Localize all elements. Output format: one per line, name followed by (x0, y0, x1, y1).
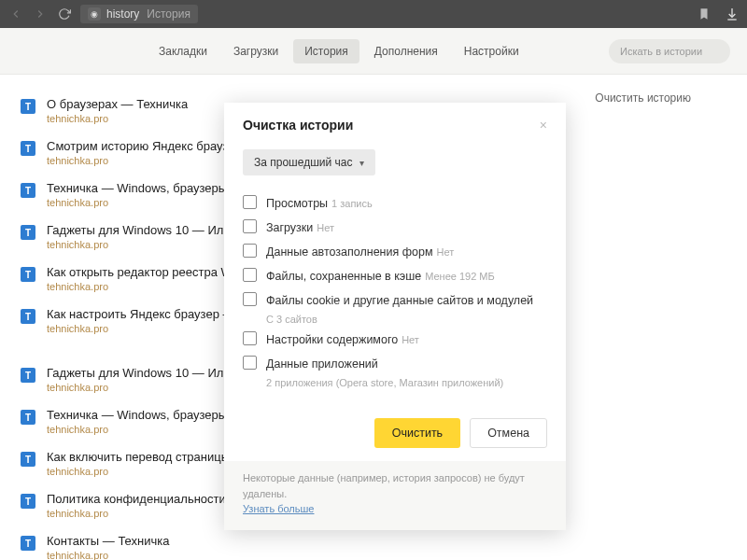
sub-views: 1 запись (331, 198, 373, 209)
download-icon[interactable] (725, 7, 740, 21)
history-item-domain: tehnichka.pro (47, 550, 169, 560)
history-search-input[interactable]: Искать в истории (609, 39, 730, 63)
history-item-domain: tehnichka.pro (47, 197, 254, 208)
favicon-icon: T (21, 494, 35, 509)
favicon-icon: T (21, 309, 35, 324)
history-item-title: О браузерах — Техничка (47, 97, 188, 111)
label-content: Настройки содержимого (266, 333, 398, 346)
address-chip[interactable]: ◉ history История (80, 5, 198, 23)
favicon-icon: T (21, 183, 35, 198)
label-autofill: Данные автозаполнения форм (266, 245, 433, 259)
tab-bookmarks[interactable]: Закладки (148, 39, 218, 63)
favicon-icon: T (21, 99, 35, 114)
history-item-title: Смотрим историю Яндекс браузера (47, 139, 248, 153)
settings-tabs: Закладки Загрузки История Дополнения Нас… (0, 28, 747, 75)
reload-button[interactable] (56, 6, 73, 22)
checkbox-views[interactable] (243, 195, 257, 209)
clear-button[interactable]: Очистить (374, 418, 460, 448)
history-item-domain: tehnichka.pro (47, 466, 250, 477)
checkbox-apps[interactable] (243, 356, 257, 370)
sub-autofill: Нет (437, 246, 455, 258)
label-apps: Данные приложений (266, 357, 378, 371)
modal-title: Очистка истории (243, 118, 353, 133)
tab-settings[interactable]: Настройки (453, 39, 530, 63)
tab-history[interactable]: История (293, 39, 359, 63)
checkbox-cache[interactable] (243, 268, 257, 282)
sub-downloads: Нет (317, 222, 334, 233)
time-range-value: За прошедший час (254, 156, 352, 169)
history-item-domain: tehnichka.pro (47, 424, 254, 435)
clear-history-link[interactable]: Очистить историю (595, 91, 691, 105)
favicon-icon: T (21, 452, 35, 467)
address-label: history (106, 7, 139, 21)
cancel-button[interactable]: Отмена (470, 418, 547, 448)
label-views: Просмотры (266, 197, 328, 210)
favicon-icon: T (21, 225, 35, 240)
modal-footer: Некоторые данные (например, история запр… (224, 461, 566, 530)
time-range-select[interactable]: За прошедший час ▾ (243, 149, 375, 175)
back-button[interactable] (7, 6, 24, 22)
label-downloads: Загрузки (266, 221, 313, 234)
browser-chrome-bar: ◉ history История (0, 0, 747, 28)
chevron-down-icon: ▾ (359, 158, 364, 168)
history-item-title: Как включить перевод страницы в б (47, 450, 250, 464)
bookmark-icon[interactable] (697, 7, 712, 21)
favicon-icon: T (21, 267, 35, 282)
address-title: История (147, 7, 190, 21)
sub-cache: Менее 192 МБ (425, 271, 495, 282)
favicon-icon: T (21, 368, 35, 383)
history-item-title: Контакты — Техничка (47, 534, 169, 548)
site-badge-icon: ◉ (88, 7, 101, 21)
label-cookies: Файлы cookie и другие данные сайтов и мо… (266, 294, 533, 307)
tab-downloads[interactable]: Загрузки (222, 39, 289, 63)
history-item-domain: tehnichka.pro (47, 155, 248, 166)
checkbox-content[interactable] (243, 331, 257, 345)
favicon-icon: T (21, 141, 35, 156)
sub-content: Нет (402, 334, 419, 345)
history-item-domain: tehnichka.pro (47, 323, 253, 334)
history-item-title: Как настроить Яндекс браузер — Ай (47, 307, 253, 321)
favicon-icon: T (21, 536, 35, 551)
history-item-domain: tehnichka.pro (47, 113, 188, 124)
tab-addons[interactable]: Дополнения (363, 39, 449, 63)
favicon-icon: T (21, 410, 35, 425)
footer-text: Некоторые данные (например, история запр… (243, 472, 525, 499)
search-placeholder: Искать в истории (620, 46, 702, 57)
clear-history-modal: Очистка истории × За прошедший час ▾ Про… (224, 103, 566, 530)
history-item[interactable]: TКонтакты — Техничкаtehnichka.pro (21, 528, 726, 560)
checkbox-downloads[interactable] (243, 219, 257, 233)
checkbox-autofill[interactable] (243, 244, 257, 258)
sub-apps: 2 приложения (Opera store, Магазин прило… (266, 377, 547, 388)
label-cache: Файлы, сохраненные в кэше (266, 270, 421, 283)
history-item-title: Техничка — Windows, браузеры, соц (47, 181, 254, 195)
forward-button[interactable] (32, 6, 49, 22)
learn-more-link[interactable]: Узнать больше (243, 503, 314, 514)
history-item-title: Техничка — Windows, браузеры, соц (47, 408, 254, 422)
checkbox-cookies[interactable] (243, 292, 257, 306)
close-icon[interactable]: × (540, 118, 547, 133)
sub-cookies: С 3 сайтов (266, 314, 547, 325)
